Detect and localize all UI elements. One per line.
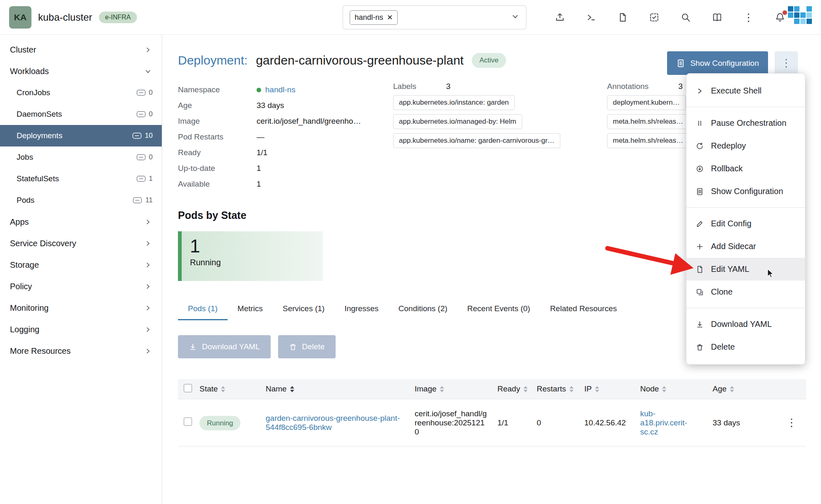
pause-icon (696, 119, 704, 127)
available-value: 1 (257, 180, 261, 189)
sidebar-item-more-resources[interactable]: More Resources (0, 340, 162, 362)
sort-icon[interactable] (662, 386, 666, 392)
namespace-link[interactable]: handl-ns (265, 85, 295, 94)
column-header-ready[interactable]: Ready (497, 384, 520, 394)
sidebar-item-deployments[interactable]: Deployments 10 (0, 125, 162, 146)
pod-node-link[interactable]: kub-a18.priv.cerit-sc.cz (640, 409, 687, 436)
tab-conditions[interactable]: Conditions (2) (389, 299, 457, 320)
sidebar-item-workloads[interactable]: Workloads (0, 60, 162, 82)
count-icon (137, 175, 146, 182)
menu-item-pause-orchestration[interactable]: Pause Orchestration (687, 112, 805, 134)
count-icon (132, 132, 142, 139)
annotation-chip: meta.helm.sh/releas… (607, 133, 689, 148)
row-checkbox[interactable] (184, 418, 192, 426)
column-header-age[interactable]: Age (713, 384, 727, 394)
pod-name-link[interactable]: garden-carnivorous-greenhouse-plant-544f… (266, 414, 402, 432)
download-icon (696, 320, 704, 329)
download-yaml-button[interactable]: Download YAML (178, 335, 271, 358)
pod-age: 33 days (713, 418, 779, 427)
sidebar-item-cronjobs[interactable]: CronJobs 0 (0, 82, 162, 103)
sidebar-item-pods[interactable]: Pods 11 (0, 190, 162, 211)
annotation-chip: meta.helm.sh/releas… (607, 114, 689, 129)
column-header-state[interactable]: State (199, 384, 218, 394)
sidebar-item-daemonsets[interactable]: DaemonSets 0 (0, 103, 162, 125)
menu-item-show-configuration[interactable]: Show Configuration (687, 180, 805, 203)
sort-icon[interactable] (523, 386, 528, 392)
sidebar-item-jobs[interactable]: Jobs 0 (0, 146, 162, 168)
search-icon[interactable] (679, 11, 692, 24)
tab-services[interactable]: Services (1) (273, 299, 334, 320)
image-value: cerit.io/josef_handl/greenho… (257, 117, 361, 126)
column-header-image[interactable]: Image (415, 384, 437, 394)
menu-item-edit-yaml[interactable]: Edit YAML (687, 258, 805, 281)
brand-logo[interactable] (788, 6, 812, 24)
notifications-bell-icon[interactable] (774, 11, 786, 24)
show-configuration-button[interactable]: Show Configuration (667, 51, 768, 75)
import-yaml-icon[interactable] (554, 11, 566, 24)
column-header-name[interactable]: Name (266, 384, 287, 394)
count-icon (137, 111, 146, 118)
sidebar-item-service-discovery[interactable]: Service Discovery (0, 233, 162, 254)
delete-button[interactable]: Delete (278, 335, 336, 358)
cluster-block: KA kuba-cluster e-INFRA (9, 0, 137, 35)
sort-icon[interactable] (730, 386, 734, 392)
sidebar-item-storage[interactable]: Storage (0, 254, 162, 276)
copy-kubeconfig-icon[interactable] (648, 11, 660, 24)
pods-state-card-running[interactable]: 1 Running (178, 231, 323, 281)
chevron-right-icon (145, 283, 151, 290)
menu-item-redeploy[interactable]: Redeploy (687, 134, 805, 157)
pod-restarts: 0 (537, 418, 584, 427)
chevron-right-icon (145, 326, 151, 333)
clone-icon (696, 288, 704, 296)
tab-ingresses[interactable]: Ingresses (334, 299, 388, 320)
namespace-filter-chip[interactable]: handl-ns ✕ (350, 10, 398, 25)
column-header-node[interactable]: Node (640, 384, 659, 394)
cluster-avatar[interactable]: KA (9, 6, 31, 29)
select-all-checkbox[interactable] (184, 384, 192, 392)
column-header-restarts[interactable]: Restarts (537, 384, 566, 394)
label-chip: app.kubernetes.io/instance: garden (393, 95, 515, 110)
menu-item-clone[interactable]: Clone (687, 281, 805, 303)
annotation-chip: deployment.kubern… (607, 95, 686, 110)
sort-icon[interactable] (290, 386, 294, 392)
row-actions-kebab[interactable]: ⋮ (786, 416, 797, 429)
table-row: Running garden-carnivorous-greenhouse-pl… (178, 399, 806, 446)
sidebar-item-apps[interactable]: Apps (0, 211, 162, 233)
label-chip: app.kubernetes.io/managed-by: Helm (393, 114, 522, 129)
tab-metrics[interactable]: Metrics (228, 299, 273, 320)
sidebar-item-statefulsets[interactable]: StatefulSets 1 (0, 168, 162, 190)
resource-actions-kebab-button[interactable]: ⋮ (775, 51, 798, 75)
kubectl-shell-icon[interactable] (585, 11, 598, 24)
kubeconfig-file-icon[interactable] (617, 11, 629, 24)
sidebar-item-logging[interactable]: Logging (0, 319, 162, 340)
tab-pods[interactable]: Pods (1) (178, 299, 228, 320)
tab-recent-events[interactable]: Recent Events (0) (457, 299, 540, 320)
chevron-right-icon (145, 219, 151, 225)
cluster-name: kuba-cluster (38, 12, 92, 23)
tab-related-resources[interactable]: Related Resources (540, 299, 627, 320)
remove-namespace-icon[interactable]: ✕ (387, 13, 393, 22)
sidebar-item-policy[interactable]: Policy (0, 276, 162, 297)
menu-item-execute-shell[interactable]: Execute Shell (687, 79, 805, 102)
sort-icon[interactable] (440, 386, 444, 392)
menu-item-rollback[interactable]: Rollback (687, 157, 805, 180)
namespace-filter-dropdown[interactable]: handl-ns ✕ (343, 5, 526, 29)
sort-icon[interactable] (221, 386, 225, 392)
file-icon (696, 265, 704, 274)
sort-icon[interactable] (595, 386, 599, 392)
sidebar-item-cluster[interactable]: Cluster (0, 39, 162, 60)
menu-item-add-sidecar[interactable]: Add Sidecar (687, 235, 805, 258)
overflow-menu-icon[interactable]: ⋮ (742, 11, 755, 24)
count-icon (137, 154, 146, 161)
menu-item-download-yaml[interactable]: Download YAML (687, 313, 805, 336)
menu-item-delete[interactable]: Delete (687, 336, 805, 358)
pod-restarts-value: — (257, 132, 264, 142)
pod-state-badge: Running (199, 416, 240, 430)
ready-value: 1/1 (257, 148, 267, 157)
menu-item-edit-config[interactable]: Edit Config (687, 212, 805, 235)
column-header-ip[interactable]: IP (584, 384, 592, 394)
docs-book-icon[interactable] (711, 11, 723, 24)
resource-count: 0 (137, 89, 153, 97)
sort-icon[interactable] (569, 386, 574, 392)
sidebar-item-monitoring[interactable]: Monitoring (0, 297, 162, 319)
